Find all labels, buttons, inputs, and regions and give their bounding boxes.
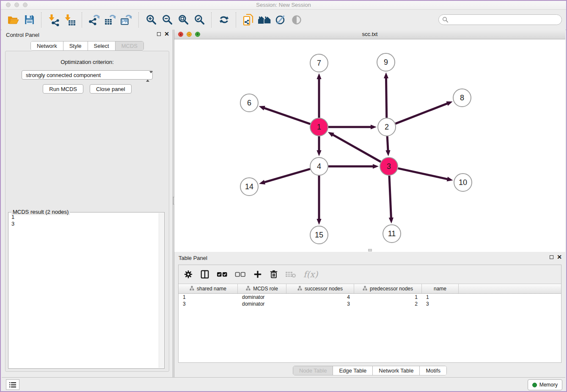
graph-node-label-10: 10 <box>459 178 467 187</box>
minimize-traffic-light[interactable] <box>14 3 19 7</box>
run-mcds-button[interactable]: Run MCDS <box>43 84 83 94</box>
table-row[interactable]: 3dominator323 <box>179 301 561 307</box>
result-scrollbar[interactable] <box>159 213 164 368</box>
optimization-criterion-select[interactable]: strongly connected component <box>22 70 153 80</box>
export-image-icon[interactable] <box>118 12 135 28</box>
table-panel-title: Table Panel <box>179 255 207 261</box>
column-header-shared-name[interactable]: shared name <box>179 284 238 293</box>
table-cell[interactable]: 3 <box>179 301 238 307</box>
table-body: 1dominator4113dominator323 <box>179 294 561 307</box>
tab-mcds[interactable]: MCDS <box>116 41 143 50</box>
table-cell[interactable]: 3 <box>286 301 354 307</box>
graph-node-label-6: 6 <box>247 99 251 107</box>
column-header-MCDS-role[interactable]: MCDS role <box>238 284 286 293</box>
toolbar-separator <box>41 12 42 28</box>
window-title: Session: New Session <box>1 1 566 9</box>
split-columns-icon[interactable] <box>200 268 209 281</box>
toolbar-separator <box>211 12 212 28</box>
network-minimize-icon[interactable]: - <box>187 32 192 37</box>
zoom-in-icon[interactable] <box>143 12 159 28</box>
delete-column-icon[interactable] <box>270 268 278 281</box>
graph-edge-2-8[interactable] <box>396 103 449 124</box>
search-icon <box>442 17 449 25</box>
close-table-panel-icon[interactable]: ✕ <box>557 255 562 259</box>
search-input[interactable] <box>438 14 562 25</box>
zoom-fit-icon[interactable] <box>175 12 191 28</box>
network-canvas[interactable]: 7968124314101511 <box>174 39 565 252</box>
canvas-resize-handle[interactable] <box>368 249 372 251</box>
network-close-icon[interactable]: x <box>178 32 183 37</box>
table-cell[interactable]: 4 <box>286 294 354 301</box>
network-window-titlebar: x - + scc.txt <box>174 30 565 39</box>
zoom-traffic-light[interactable] <box>23 3 28 7</box>
title-bar: Session: New Session <box>1 1 566 10</box>
graph-edge-1-6[interactable] <box>263 108 310 124</box>
graph-node-label-8: 8 <box>460 94 464 102</box>
table-row[interactable]: 1dominator411 <box>179 294 561 301</box>
mcds-result-group: MCDS result (2 nodes) 13 <box>8 209 165 369</box>
zoom-out-icon[interactable] <box>159 12 175 28</box>
graph-edge-arrowhead <box>447 177 453 181</box>
column-hierarchy-icon <box>297 286 302 292</box>
table-tab-edge-table[interactable]: Edge Table <box>333 366 373 375</box>
table-tab-motifs[interactable]: Motifs <box>420 366 446 375</box>
column-header-label: successor nodes <box>305 286 343 292</box>
table-cell[interactable]: 1 <box>422 294 459 301</box>
column-header-name[interactable]: name <box>422 284 459 293</box>
table-tab-network-table[interactable]: Network Table <box>373 366 420 375</box>
import-network-icon[interactable] <box>46 12 62 28</box>
table-cell[interactable]: dominator <box>238 294 286 301</box>
column-hierarchy-icon <box>246 286 250 292</box>
table-tab-node-table[interactable]: Node Table <box>293 366 333 375</box>
tab-style[interactable]: Style <box>63 41 88 50</box>
graph-edge-3-10[interactable] <box>398 168 448 179</box>
save-session-icon[interactable] <box>21 12 37 28</box>
float-table-panel-icon[interactable] <box>550 255 553 259</box>
graph-edge-3-1[interactable] <box>332 134 380 162</box>
float-panel-icon[interactable] <box>157 32 161 36</box>
clone-network-icon[interactable] <box>240 12 256 28</box>
dropdown-stepper-icon <box>146 72 150 79</box>
close-panel-icon[interactable]: ✕ <box>164 32 169 36</box>
graph-edge-arrowhead <box>259 180 265 185</box>
select-all-icon[interactable] <box>217 268 228 281</box>
tab-network[interactable]: Network <box>31 41 63 50</box>
import-table-icon[interactable] <box>62 12 78 28</box>
graph-edge-2-3[interactable] <box>387 136 388 152</box>
settings-gear-icon[interactable] <box>184 268 193 281</box>
home-layout-icon[interactable] <box>256 12 272 28</box>
export-table-icon[interactable] <box>102 12 118 28</box>
hide-style-icon[interactable] <box>272 12 289 28</box>
export-network-icon[interactable] <box>86 12 102 28</box>
graph-node-label-1: 1 <box>317 123 321 131</box>
main-area: Control Panel ✕ NetworkStyleSelectMCDS O… <box>2 30 565 378</box>
table-cell[interactable]: 1 <box>354 294 422 301</box>
deselect-all-icon[interactable] <box>235 268 246 281</box>
refresh-icon[interactable] <box>216 12 232 28</box>
close-traffic-light[interactable] <box>6 3 11 7</box>
graph-node-label-2: 2 <box>385 123 389 131</box>
table-cell[interactable]: 3 <box>422 301 459 307</box>
zoom-selected-icon[interactable] <box>191 12 207 28</box>
table-cell[interactable]: 2 <box>354 301 422 307</box>
graph-edge-2-9[interactable] <box>386 77 386 118</box>
graph-edge-4-14[interactable] <box>264 169 310 182</box>
delete-table-icon <box>285 268 296 281</box>
memory-button[interactable]: Memory <box>528 379 562 390</box>
tab-select[interactable]: Select <box>88 41 116 50</box>
network-maximize-icon[interactable]: + <box>195 32 200 37</box>
graph-edge-3-11[interactable] <box>389 176 391 219</box>
network-graph[interactable]: 7968124314101511 <box>174 39 565 252</box>
add-column-icon[interactable] <box>253 268 262 281</box>
graph-edge-arrowhead <box>371 124 377 129</box>
column-header-predecessor-nodes[interactable]: predecessor nodes <box>354 284 422 293</box>
table-cell[interactable]: dominator <box>238 301 286 307</box>
graph-edge-arrowhead <box>317 219 321 225</box>
task-history-button[interactable] <box>6 379 19 390</box>
column-header-successor-nodes[interactable]: successor nodes <box>286 284 354 293</box>
open-session-icon[interactable] <box>5 12 21 28</box>
optimization-criterion-label: Optimization criterion: <box>6 59 169 65</box>
memory-label: Memory <box>539 382 558 388</box>
close-panel-button[interactable]: Close panel <box>90 84 132 94</box>
table-cell[interactable]: 1 <box>179 294 238 301</box>
